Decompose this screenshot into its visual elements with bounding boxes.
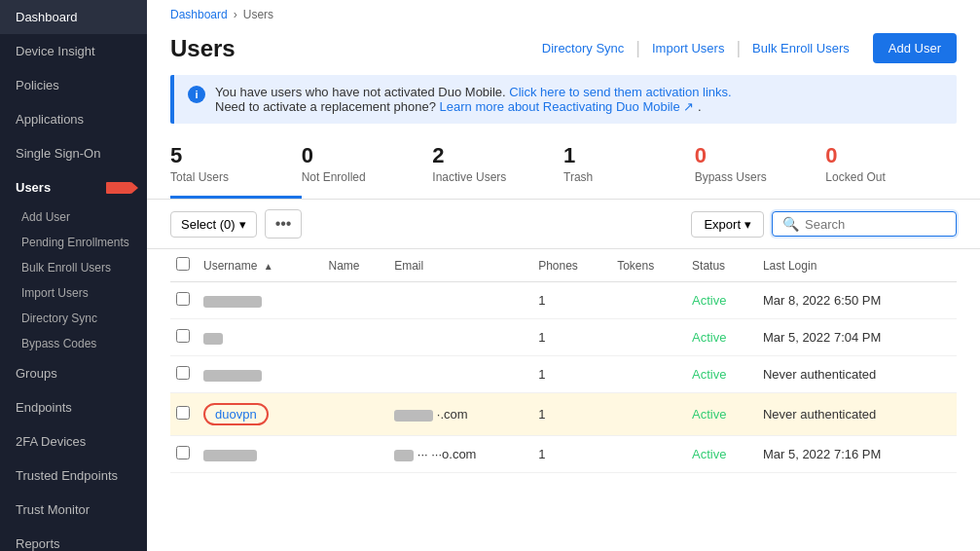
sidebar: Dashboard Device Insight Policies Applic… — [0, 0, 147, 551]
sidebar-item-policies[interactable]: Policies — [0, 68, 147, 102]
stat-not-enrolled-label: Not Enrolled — [302, 170, 433, 184]
th-last-login[interactable]: Last Login — [757, 249, 957, 282]
sidebar-item-label: Trusted Endpoints — [16, 468, 118, 483]
stat-locked-label: Locked Out — [825, 170, 957, 184]
sidebar-item-label: Bulk Enroll Users — [21, 261, 111, 275]
search-box[interactable]: 🔍 — [772, 211, 957, 237]
sidebar-item-reports[interactable]: Reports — [0, 527, 147, 551]
more-options-button[interactable]: ••• — [265, 209, 303, 239]
row-checkbox[interactable] — [176, 329, 190, 343]
sidebar-item-trusted-endpoints[interactable]: Trusted Endpoints — [0, 459, 147, 493]
import-users-link[interactable]: Import Users — [640, 41, 736, 55]
th-name[interactable]: Name — [323, 249, 389, 282]
row-checkbox[interactable] — [176, 406, 190, 420]
td-status: Active — [686, 282, 757, 319]
username-link[interactable] — [203, 447, 257, 461]
username-link[interactable] — [203, 330, 223, 345]
users-arrow-indicator — [106, 182, 131, 194]
username-link-duovpn[interactable]: duovpn — [203, 403, 269, 425]
sidebar-item-label: 2FA Devices — [16, 434, 86, 449]
sidebar-item-dashboard[interactable]: Dashboard — [0, 0, 147, 34]
table-row: 1 Active Mar 5, 2022 7:04 PM — [170, 319, 957, 356]
breadcrumb-separator: › — [234, 8, 237, 21]
table-row: ··· ···o.com 1 Active Mar 5, 2022 7:16 P… — [170, 436, 957, 473]
status-badge: Active — [692, 447, 726, 461]
alert-text1: You have users who have not activated Du… — [215, 85, 506, 99]
sidebar-item-endpoints[interactable]: Endpoints — [0, 390, 147, 424]
username-link[interactable] — [203, 293, 262, 308]
stat-total-label: Total Users — [170, 170, 302, 184]
stat-total-users[interactable]: 5 Total Users — [170, 135, 302, 199]
select-all-checkbox[interactable] — [176, 257, 190, 271]
sidebar-item-add-user[interactable]: Add User — [0, 204, 147, 230]
row-checkbox[interactable] — [176, 446, 190, 459]
search-input[interactable] — [805, 217, 941, 232]
sidebar-item-bulk-enroll[interactable]: Bulk Enroll Users — [0, 255, 147, 280]
stat-locked[interactable]: 0 Locked Out — [825, 135, 957, 199]
td-checkbox — [170, 282, 198, 319]
td-tokens — [611, 356, 686, 393]
sidebar-item-device-insight[interactable]: Device Insight — [0, 34, 147, 68]
select-label: Select (0) — [181, 217, 236, 232]
stat-inactive-label: Inactive Users — [432, 170, 563, 184]
stat-not-enrolled[interactable]: 0 Not Enrolled — [302, 135, 433, 199]
stat-bypass-label: Bypass Users — [695, 170, 826, 184]
table-header-row: Username ▲ Name Email Phones Tokens — [170, 249, 957, 282]
users-table: Username ▲ Name Email Phones Tokens — [170, 249, 957, 473]
status-badge: Active — [692, 293, 726, 308]
td-tokens — [611, 393, 686, 436]
sidebar-item-directory-sync[interactable]: Directory Sync — [0, 306, 147, 331]
th-username[interactable]: Username ▲ — [198, 249, 323, 282]
td-last-login: Never authenticated — [757, 356, 957, 393]
sidebar-item-label: Policies — [16, 78, 59, 92]
table-container: Username ▲ Name Email Phones Tokens — [147, 249, 980, 551]
row-checkbox[interactable] — [176, 366, 190, 380]
bulk-enroll-link[interactable]: Bulk Enroll Users — [741, 41, 861, 55]
td-username — [198, 356, 323, 393]
stat-trash-number: 1 — [563, 143, 695, 168]
sidebar-item-pending-enrollments[interactable]: Pending Enrollments — [0, 230, 147, 255]
sidebar-item-import-users[interactable]: Import Users — [0, 280, 147, 306]
td-status: Active — [686, 393, 757, 436]
th-status[interactable]: Status — [686, 249, 757, 282]
username-link[interactable] — [203, 367, 262, 382]
td-email: ·.com — [388, 393, 532, 436]
breadcrumb-parent[interactable]: Dashboard — [170, 8, 228, 21]
td-checkbox — [170, 319, 198, 356]
td-email — [388, 282, 532, 319]
stat-bypass[interactable]: 0 Bypass Users — [695, 135, 826, 199]
th-tokens[interactable]: Tokens — [611, 249, 686, 282]
td-name — [323, 356, 389, 393]
td-status: Active — [686, 356, 757, 393]
sidebar-item-label: Groups — [16, 366, 57, 381]
sidebar-item-applications[interactable]: Applications — [0, 102, 147, 136]
alert-link2[interactable]: Learn more about Reactivating Duo Mobile… — [440, 99, 695, 114]
alert-text: You have users who have not activated Du… — [215, 85, 732, 114]
td-username: duovpn — [198, 393, 323, 436]
sidebar-item-single-sign-on[interactable]: Single Sign-On — [0, 136, 147, 170]
stat-inactive[interactable]: 2 Inactive Users — [432, 135, 563, 199]
td-name — [323, 282, 389, 319]
td-email — [388, 319, 532, 356]
directory-sync-link[interactable]: Directory Sync — [530, 41, 636, 55]
header-actions: Directory Sync | Import Users | Bulk Enr… — [530, 33, 957, 63]
sidebar-item-2fa-devices[interactable]: 2FA Devices — [0, 424, 147, 459]
sort-asc-icon: ▲ — [264, 261, 273, 272]
td-email — [388, 356, 532, 393]
select-button[interactable]: Select (0) ▾ — [170, 211, 257, 238]
export-button[interactable]: Export ▾ — [691, 211, 764, 238]
sidebar-item-users[interactable]: Users — [0, 170, 147, 204]
th-email[interactable]: Email — [388, 249, 532, 282]
toolbar: Select (0) ▾ ••• Export ▾ 🔍 — [147, 199, 980, 249]
alert-link1[interactable]: Click here to send them activation links… — [509, 85, 731, 99]
sidebar-item-label: Device Insight — [16, 44, 95, 58]
td-username — [198, 282, 323, 319]
th-phones[interactable]: Phones — [532, 249, 611, 282]
sidebar-item-bypass-codes[interactable]: Bypass Codes — [0, 331, 147, 356]
email-blurred — [394, 410, 433, 422]
stat-trash[interactable]: 1 Trash — [563, 135, 695, 199]
sidebar-item-trust-monitor[interactable]: Trust Monitor — [0, 493, 147, 527]
row-checkbox[interactable] — [176, 292, 190, 306]
sidebar-item-groups[interactable]: Groups — [0, 356, 147, 390]
add-user-button[interactable]: Add User — [873, 33, 957, 63]
